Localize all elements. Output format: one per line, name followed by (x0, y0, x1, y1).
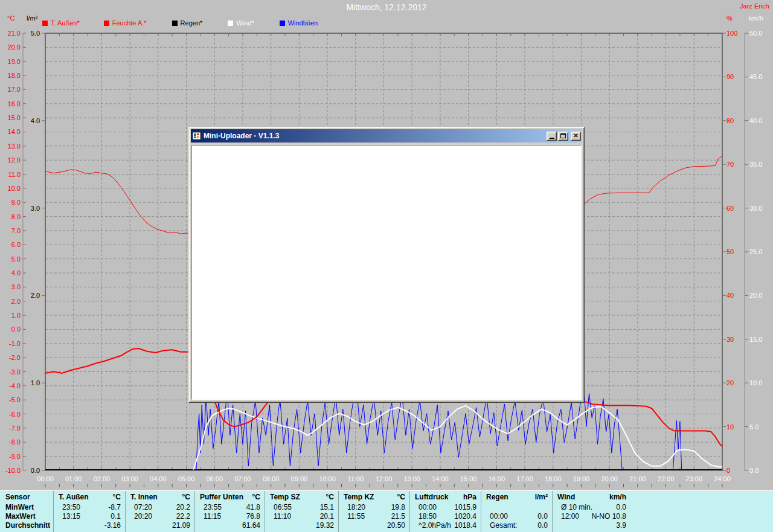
table-group-wind: Windkm/hØ 10 min.0.012:00N-NO 10.83.9 (552, 491, 630, 532)
table-row: 21.09 (126, 521, 194, 530)
table-cell: -8.7 (108, 502, 121, 511)
table-group-luftdruck: LuftdruckhPa00:001015.918:501020.4^2.0hP… (409, 491, 481, 532)
svg-text:14.0: 14.0 (8, 128, 21, 135)
table-cell (344, 521, 347, 530)
svg-text:01:00: 01:00 (65, 475, 82, 482)
temp-axis: -10.0-9.0-8.0-7.0-6.0-5.0-4.0-3.0-2.0-1.… (5, 30, 26, 474)
svg-text:5.0: 5.0 (11, 255, 21, 263)
table-row: 18:2019.8 (339, 502, 409, 511)
table-cell: 18:50 (415, 511, 437, 521)
table-cell: 11:15 (200, 511, 221, 521)
table-cell: 21.5 (391, 511, 405, 521)
svg-text:16.0: 16.0 (8, 100, 21, 107)
svg-text:40.0: 40.0 (749, 117, 762, 124)
svg-text:0.0: 0.0 (31, 467, 40, 474)
table-row-label: MinWert (5, 502, 53, 511)
svg-text:-8.0: -8.0 (9, 438, 21, 446)
table-cell: 76.8 (246, 511, 260, 521)
svg-text:04:00: 04:00 (150, 475, 167, 482)
svg-text:10: 10 (726, 423, 734, 431)
table-group-unit: °C (252, 492, 260, 502)
svg-text:18.0: 18.0 (8, 72, 21, 79)
table-group-unit: l/m² (535, 492, 548, 502)
svg-text:16:00: 16:00 (489, 475, 505, 482)
svg-text:60: 60 (726, 205, 734, 212)
table-row: 23:5541.8 (195, 502, 265, 511)
minimize-icon (550, 138, 554, 139)
table-cell: 19.8 (391, 502, 405, 511)
window-title: Mini-Uploader - V1.1.3 (204, 132, 545, 140)
svg-text:15.0: 15.0 (749, 336, 762, 343)
table-cell: 15.1 (320, 502, 334, 511)
svg-text:45.0: 45.0 (749, 73, 762, 80)
svg-text:7.0: 7.0 (11, 227, 21, 234)
table-row: 06:5515.1 (265, 502, 338, 511)
svg-text:15.0: 15.0 (8, 114, 21, 121)
svg-text:17:00: 17:00 (516, 475, 533, 482)
svg-text:25.0: 25.0 (749, 248, 762, 255)
svg-text:1.0: 1.0 (11, 312, 21, 319)
svg-text:03:00: 03:00 (121, 475, 138, 482)
table-group-unit: °C (113, 492, 121, 502)
table-row (481, 502, 552, 511)
svg-text:19.0: 19.0 (8, 58, 21, 65)
table-row: 19.32 (265, 521, 338, 530)
table-cell: 0.0 (616, 502, 626, 511)
svg-text:35.0: 35.0 (749, 161, 762, 168)
svg-text:07:00: 07:00 (234, 475, 251, 482)
svg-text:17.0: 17.0 (8, 86, 21, 93)
svg-text:06:00: 06:00 (206, 475, 223, 482)
table-row: 07:2020.2 (126, 502, 194, 511)
table-cell: 19.32 (316, 521, 334, 530)
svg-text:10.0: 10.0 (749, 379, 762, 386)
table-group-unit: km/h (609, 492, 626, 502)
svg-text:5.0: 5.0 (31, 30, 40, 37)
table-cell: 11:55 (344, 511, 365, 521)
maximize-button[interactable] (558, 132, 568, 141)
table-cell: 22.2 (176, 511, 190, 521)
svg-text:13:00: 13:00 (403, 475, 420, 482)
table-row: 20:2022.2 (126, 511, 194, 521)
svg-text:9.0: 9.0 (11, 199, 21, 206)
table-row: 3.9 (553, 521, 630, 530)
table-group-temp-sz: Temp SZ°C06:5515.111:1020.119.32 (265, 491, 338, 532)
table-empty-area (630, 491, 773, 532)
close-button[interactable]: ✕ (571, 132, 581, 141)
rain-axis: 0.01.02.03.04.05.0 (31, 30, 45, 474)
table-row: 00:001015.9 (410, 502, 481, 511)
svg-text:-4.0: -4.0 (9, 382, 21, 389)
table-cell: 3.9 (616, 521, 626, 530)
app-icon (193, 132, 201, 140)
svg-text:05:00: 05:00 (178, 475, 195, 482)
window-client-area[interactable] (191, 145, 582, 400)
table-row-label: Durchschnitt (5, 521, 53, 530)
table-row: 11:1576.8 (195, 511, 265, 521)
table-cell: Ø 10 min. (557, 502, 592, 511)
svg-text:80: 80 (726, 117, 734, 124)
svg-text:20.0: 20.0 (749, 292, 762, 299)
table-cell: 06:55 (270, 502, 292, 511)
svg-text:4.0: 4.0 (11, 269, 21, 277)
table-row-label: Sensor (5, 492, 53, 502)
table-group-t-innen: T. Innen°C07:2020.220:2022.221.09 (125, 491, 194, 532)
table-group-unit: °C (182, 492, 190, 502)
svg-text:10:00: 10:00 (319, 475, 336, 482)
svg-text:12.0: 12.0 (8, 156, 21, 164)
svg-text:13.0: 13.0 (8, 143, 21, 150)
window-titlebar[interactable]: Mini-Uploader - V1.1.3 ✕ (191, 129, 582, 143)
table-cell: 13:15 (59, 511, 80, 521)
svg-text:40: 40 (726, 292, 734, 299)
table-cell: 61.64 (242, 521, 260, 530)
svg-text:11:00: 11:00 (347, 475, 364, 482)
svg-text:0.0: 0.0 (749, 467, 759, 474)
minimize-button[interactable] (547, 132, 557, 141)
table-cell: 07:20 (130, 502, 152, 511)
table-cell: 20:20 (130, 511, 152, 521)
table-group-name: Wind (557, 492, 575, 502)
svg-text:50: 50 (726, 248, 734, 255)
table-cell: 0.1 (111, 511, 121, 521)
mini-uploader-window[interactable]: Mini-Uploader - V1.1.3 ✕ (188, 127, 585, 403)
table-cell (200, 521, 204, 530)
svg-text:08:00: 08:00 (263, 475, 280, 482)
table-cell (270, 521, 274, 530)
